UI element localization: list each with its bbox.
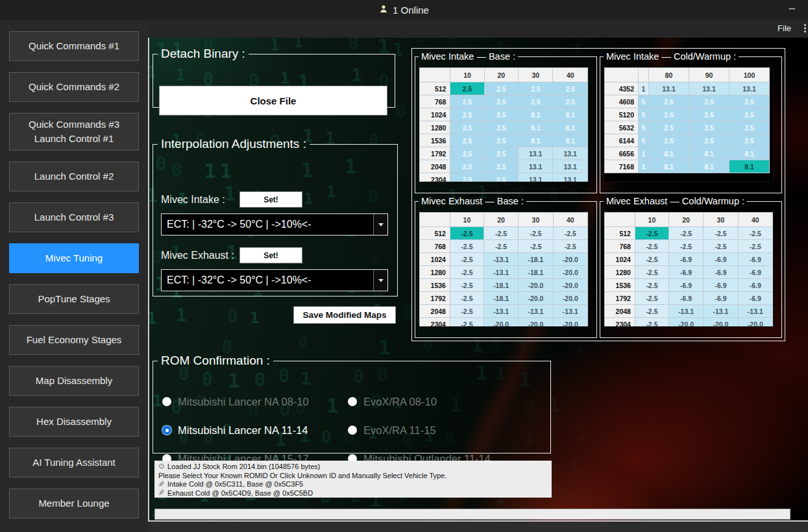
radio-mitsubishi-lancer-na-08-10[interactable]: Mitsubishi Lancer NA 08-10 [162,396,348,408]
table-cell[interactable]: 2.5 [450,121,484,134]
table-cell[interactable]: -20.0 [553,253,587,266]
table-cell[interactable]: -2.5 [450,318,484,328]
table-cell[interactable]: 2.5 [450,160,484,173]
table-scroll-area[interactable]: 10203040512-2.5-2.5-2.5-2.5768-2.5-2.5-2… [604,212,774,327]
table-cell[interactable]: -2.5 [635,240,668,253]
table-cell[interactable]: 8.1 [553,121,588,134]
table-scroll-area[interactable]: 102030405122.52.52.52.57682.52.52.52.510… [419,67,589,182]
table-cell[interactable]: 2.5 [450,173,484,183]
table-cell[interactable]: -20.0 [668,318,703,328]
table-cell[interactable]: -13.1 [668,305,703,318]
table-cell[interactable]: 2.5 [553,95,588,108]
table-cell[interactable]: -2.5 [450,227,484,240]
table-cell[interactable]: -2.5 [738,227,772,240]
mivec-intake-combobox[interactable]: ECT: | -32°C -> 50°C | ->10%<- [161,213,388,236]
table-cell[interactable]: 8.1 [649,160,689,173]
table-cell[interactable]: -2.5 [450,253,484,266]
table-cell[interactable]: 8.1 [729,160,770,173]
table-cell[interactable]: 2.5 [553,82,588,95]
save-modified-maps-button[interactable]: Save Modified Maps [293,306,396,324]
radio-mitsubishi-lancer-na-11-14[interactable]: Mitsubishi Lancer NA 11-14 [162,424,348,437]
table-cell[interactable]: -6.9 [738,292,772,305]
table-scroll-area[interactable]: 10203040512-2.5-2.5-2.5-2.5768-2.5-2.5-2… [419,212,589,327]
table-cell[interactable]: -13.1 [484,266,518,279]
table-cell[interactable]: -20.0 [519,279,553,292]
table-cell[interactable]: -2.5 [553,227,587,240]
table-cell[interactable]: -2.5 [450,305,484,318]
table-cell[interactable]: 2.5 [649,95,689,108]
radio-evox-ra-11-15[interactable]: EvoX/RA 11-15 [348,424,491,437]
table-cell[interactable]: -18.1 [519,266,553,279]
table-cell[interactable]: 13.1 [553,160,588,173]
table-cell[interactable]: -2.5 [450,240,484,253]
table-cell[interactable]: -6.9 [738,253,772,266]
table-cell[interactable]: 2.5 [484,134,518,147]
table-cell[interactable]: -2.5 [704,240,738,253]
table-cell[interactable]: 8.1 [729,147,770,160]
table-cell[interactable]: 2.5 [484,108,518,121]
table-cell[interactable]: 2.5 [484,82,518,95]
table-cell[interactable]: -2.5 [450,292,484,305]
table-cell[interactable]: -2.5 [635,292,668,305]
table-cell[interactable]: 2.5 [729,134,770,147]
table-cell[interactable]: -20.0 [519,318,553,328]
table-cell[interactable]: -2.5 [484,227,518,240]
exhaust-set-button[interactable]: Set! [239,247,302,263]
table-cell[interactable]: 13.1 [518,173,552,183]
table-cell[interactable]: -6.9 [704,266,738,279]
table-cell[interactable]: -20.0 [704,318,738,328]
sidebar-item-launch-control-3[interactable]: Launch Control #3 [9,202,139,232]
table-cell[interactable]: -2.5 [484,240,518,253]
table-cell[interactable]: 8.1 [518,108,552,121]
table-cell[interactable]: 2.5 [484,121,518,134]
table-cell[interactable]: -2.5 [635,279,668,292]
table-cell[interactable]: 13.1 [689,82,729,95]
close-file-button[interactable]: Close File [159,86,387,115]
sidebar-item-fuel-economy-stages[interactable]: Fuel Economy Stages [9,325,139,355]
sidebar-item-ai-tuning-assistant[interactable]: AI Tuning Assistant [9,448,139,478]
radio-evox-ra-08-10[interactable]: EvoX/RA 08-10 [348,396,491,408]
table-cell[interactable]: 8.1 [689,160,729,173]
table-cell[interactable]: -2.5 [635,253,668,266]
table-cell[interactable]: 2.5 [729,108,770,121]
table-cell[interactable]: 2.5 [450,134,484,147]
table-cell[interactable]: 2.5 [689,121,729,134]
sidebar-item-poptune-stages[interactable]: PopTune Stages [9,284,139,314]
table-cell[interactable]: 8.1 [518,121,552,134]
table-cell[interactable]: 5 [639,134,649,147]
table-cell[interactable]: 5 [639,121,649,134]
sidebar-item-member-lounge[interactable]: Member Lounge [9,489,139,518]
table-cell[interactable]: -6.9 [704,253,738,266]
intake-combo-dropdown-button[interactable] [373,214,387,235]
table-cell[interactable]: 2.5 [484,160,518,173]
table-cell[interactable]: -2.5 [450,266,484,279]
minimize-button[interactable]: – [789,0,795,17]
table-cell[interactable]: 2.5 [689,95,729,108]
table-cell[interactable]: -20.0 [738,318,772,328]
table-cell[interactable]: 13.1 [518,160,552,173]
table-cell[interactable]: -6.9 [704,292,738,305]
sidebar-item-quick-commands-3-launch-control-1[interactable]: Quick Commands #3 Launch Control #1 [9,113,139,151]
table-cell[interactable]: 2.5 [484,173,518,183]
table-cell[interactable]: -2.5 [635,227,668,240]
table-cell[interactable]: -6.9 [668,292,703,305]
table-cell[interactable]: -2.5 [635,318,668,328]
table-cell[interactable]: 2.5 [450,82,484,95]
table-cell[interactable]: 2.5 [450,108,484,121]
table-cell[interactable]: -20.0 [484,318,518,328]
file-menu[interactable]: File [777,23,791,33]
table-cell[interactable]: -13.1 [519,305,553,318]
table-cell[interactable]: -13.1 [553,305,587,318]
table-cell[interactable]: -6.9 [738,266,772,279]
sidebar-item-hex-disassembly[interactable]: Hex Disassembly [9,407,139,437]
table-cell[interactable]: -6.9 [668,253,703,266]
table-cell[interactable]: -6.9 [668,266,703,279]
table-cell[interactable]: 2.5 [484,95,518,108]
table-cell[interactable]: 13.1 [729,82,770,95]
table-cell[interactable]: 13.1 [649,82,689,95]
table-cell[interactable]: -2.5 [704,227,738,240]
table-cell[interactable]: -18.1 [484,279,518,292]
table-cell[interactable]: -2.5 [635,266,668,279]
table-cell[interactable]: -6.9 [668,279,703,292]
table-cell[interactable]: -2.5 [635,305,668,318]
